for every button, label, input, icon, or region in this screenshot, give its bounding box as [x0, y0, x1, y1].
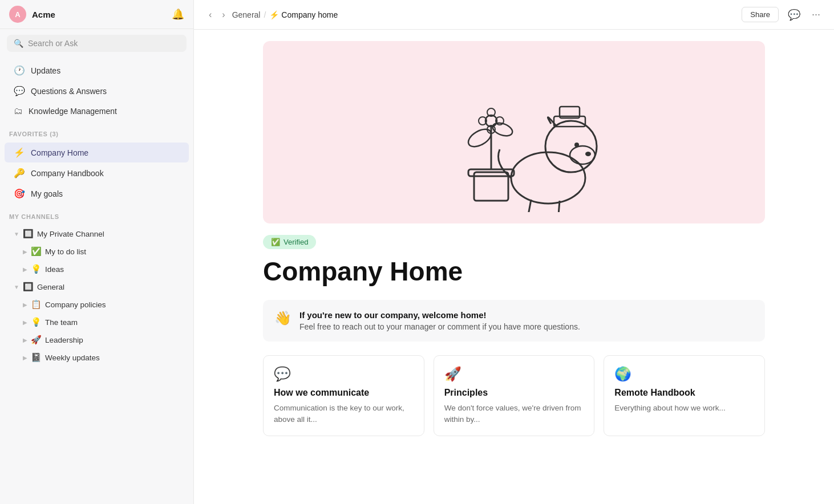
expand-arrow-icon: ▼ — [14, 284, 19, 290]
main-content: ‹ › General / ⚡ Company home Share 💬 ··· — [194, 0, 834, 504]
expand-arrow-icon: ▶ — [23, 337, 27, 343]
welcome-body: Feel free to reach out to your manager o… — [299, 322, 580, 331]
sidebar-item-updates[interactable]: 🕐 Updates — [5, 60, 189, 80]
expand-arrow-icon: ▶ — [23, 249, 27, 255]
channel-my-todo[interactable]: ▶ ✅ My to do list ··· + — [5, 243, 189, 260]
page-content: ✅ Verified Company Home 👋 If you're new … — [240, 30, 788, 504]
workspace-avatar: A — [9, 6, 26, 23]
breadcrumb-separator: / — [264, 10, 266, 19]
sidebar-item-km[interactable]: 🗂 Knowledge Management — [5, 101, 189, 121]
channel-ideas[interactable]: ▶ 💡 Ideas — [5, 261, 189, 278]
nav-section: 🕐 Updates 💬 Questions & Answers 🗂 Knowle… — [0, 58, 193, 124]
channel-the-team[interactable]: ▶ 💡 The team — [5, 314, 189, 331]
card-icon: 🌍 — [614, 366, 754, 382]
bolt-icon: ⚡ — [14, 147, 25, 158]
comment-button[interactable]: 💬 — [786, 6, 803, 23]
grid-icon: 🗂 — [14, 106, 23, 116]
channels-section: ▼ 🔲 My Private Channel ▶ ✅ My to do list… — [0, 222, 193, 369]
card-body: Communication is the key to our work, ab… — [274, 403, 414, 426]
card-icon: 🚀 — [444, 366, 584, 382]
channel-weekly-updates[interactable]: ▶ 📓 Weekly updates — [5, 349, 189, 366]
card-body: We don't force values, we're driven from… — [444, 403, 584, 426]
expand-arrow-icon: ▶ — [23, 355, 27, 361]
search-label: Search or Ask — [28, 39, 78, 48]
verified-label: Verified — [284, 238, 308, 246]
comment-icon: 💬 — [788, 9, 800, 21]
channel-label: Company policies — [45, 300, 182, 309]
cards-grid: 💬 How we communicate Communication is th… — [263, 355, 765, 437]
sidebar-item-label: Company Home — [31, 148, 88, 157]
workspace-name-wrap[interactable]: A Acme — [9, 6, 55, 23]
bell-icon[interactable]: 🔔 — [172, 8, 184, 21]
leadership-icon: 🚀 — [31, 335, 42, 345]
policies-icon: 📋 — [31, 299, 42, 310]
sidebar-item-label: Knowledge Management — [29, 107, 117, 116]
forward-button[interactable]: › — [218, 7, 228, 22]
breadcrumb-current: ⚡ Company home — [269, 10, 338, 19]
card-title: How we communicate — [274, 388, 414, 398]
channel-label: My Private Channel — [37, 230, 182, 238]
card-how-we-communicate[interactable]: 💬 How we communicate Communication is th… — [263, 355, 424, 437]
expand-arrow-icon: ▼ — [14, 231, 19, 237]
topbar-left: ‹ › General / ⚡ Company home — [205, 7, 338, 22]
channel-my-private[interactable]: ▼ 🔲 My Private Channel — [5, 225, 189, 242]
card-remote-handbook[interactable]: 🌍 Remote Handbook Everything about how w… — [604, 355, 765, 437]
workspace-name: Acme — [32, 10, 55, 19]
share-button[interactable]: Share — [742, 7, 779, 22]
svg-line-16 — [558, 201, 560, 212]
sidebar-header: A Acme 🔔 — [0, 0, 193, 29]
more-icon: ··· — [812, 9, 820, 20]
sidebar-item-label: Updates — [31, 66, 60, 75]
verified-badge: ✅ Verified — [263, 235, 316, 249]
channels-section-label: MY CHANNELS — [0, 206, 193, 222]
sidebar-item-label: Company Handbook — [31, 169, 104, 178]
expand-arrow-icon: ▶ — [23, 266, 27, 273]
more-options-button[interactable]: ··· — [809, 6, 823, 23]
target-icon: 🎯 — [14, 188, 25, 199]
channel-company-policies[interactable]: ▶ 📋 Company policies — [5, 296, 189, 313]
search-icon: 🔍 — [14, 39, 23, 48]
checklist-icon: ✅ — [31, 246, 42, 257]
clock-icon: 🕐 — [14, 65, 25, 76]
search-bar[interactable]: 🔍 Search or Ask — [7, 35, 187, 52]
chat-icon: 💬 — [14, 86, 25, 96]
hero-illustration — [417, 52, 611, 212]
favorites-section-label: FAVORITES (3) — [0, 124, 193, 140]
sidebar-item-my-goals[interactable]: 🎯 My goals — [5, 184, 189, 204]
sidebar-item-label: My goals — [31, 189, 63, 198]
svg-line-15 — [528, 200, 531, 212]
team-icon: 💡 — [31, 317, 42, 327]
breadcrumb-parent[interactable]: General — [232, 10, 261, 19]
welcome-emoji: 👋 — [274, 310, 292, 326]
svg-point-3 — [465, 126, 494, 151]
channel-label: General — [37, 283, 182, 291]
welcome-text: If you're new to our company, welcome ho… — [299, 310, 580, 331]
sidebar-item-qa[interactable]: 💬 Questions & Answers — [5, 81, 189, 101]
channel-label: Weekly updates — [45, 353, 182, 362]
favorites-section: ⚡ Company Home 🔑 Company Handbook 🎯 My g… — [0, 140, 193, 206]
sidebar-item-company-handbook[interactable]: 🔑 Company Handbook — [5, 163, 189, 183]
sidebar: A Acme 🔔 🔍 Search or Ask 🕐 Updates 💬 Que… — [0, 0, 194, 504]
card-icon: 💬 — [274, 366, 414, 382]
private-channel-icon: 🔲 — [23, 229, 34, 239]
channel-leadership[interactable]: ▶ 🚀 Leadership — [5, 331, 189, 348]
card-title: Remote Handbook — [614, 388, 754, 398]
svg-point-12 — [570, 146, 595, 164]
weekly-updates-icon: 📓 — [31, 352, 42, 363]
breadcrumb-icon: ⚡ — [269, 10, 279, 19]
svg-point-18 — [585, 152, 591, 156]
channel-label: My to do list — [45, 247, 182, 256]
sidebar-item-label: Questions & Answers — [31, 87, 107, 96]
sidebar-item-company-home[interactable]: ⚡ Company Home — [5, 143, 189, 162]
welcome-title: If you're new to our company, welcome ho… — [299, 310, 580, 320]
expand-arrow-icon: ▶ — [23, 302, 27, 308]
channel-general[interactable]: ▼ 🔲 General — [5, 278, 189, 295]
ideas-icon: 💡 — [31, 264, 42, 274]
card-title: Principles — [444, 388, 584, 398]
card-principles[interactable]: 🚀 Principles We don't force values, we'r… — [434, 355, 595, 437]
back-button[interactable]: ‹ — [205, 7, 215, 22]
topbar: ‹ › General / ⚡ Company home Share 💬 ··· — [194, 0, 834, 30]
svg-point-17 — [574, 143, 579, 147]
channel-label: Ideas — [45, 265, 182, 274]
channel-label: Leadership — [45, 336, 182, 344]
